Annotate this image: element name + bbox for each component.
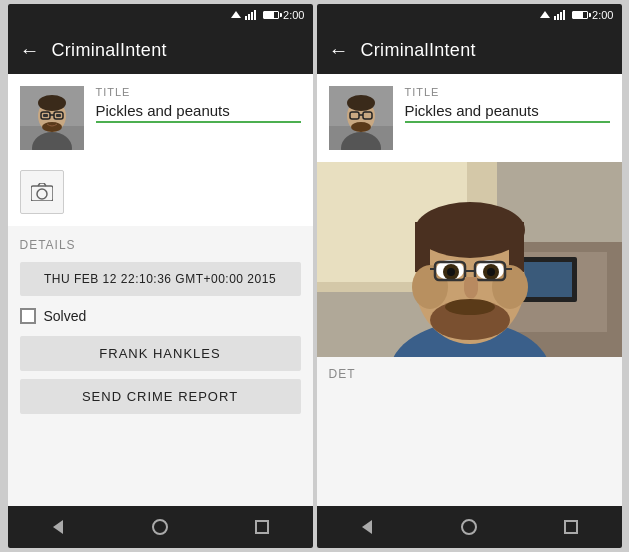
svg-rect-22 xyxy=(563,10,565,20)
content-right: TITLE xyxy=(317,74,622,506)
svg-point-27 xyxy=(347,95,375,111)
content-left: TITLE DETAILS THU FEB 12 22:10:36 GMT+00… xyxy=(8,74,313,506)
app-title-right: CriminalIntent xyxy=(361,40,476,61)
svg-point-52 xyxy=(447,268,455,276)
recent-nav-icon xyxy=(255,520,269,534)
nav-back-right[interactable] xyxy=(347,507,387,547)
svg-point-15 xyxy=(42,122,62,132)
svg-rect-2 xyxy=(248,14,250,20)
battery-icon-right xyxy=(572,11,588,19)
solved-checkbox[interactable] xyxy=(20,308,36,324)
date-button[interactable]: THU FEB 12 22:10:36 GMT+00:00 2015 xyxy=(20,262,301,296)
large-photo-svg xyxy=(317,162,622,357)
title-section: TITLE xyxy=(96,86,301,123)
status-time: 2:00 xyxy=(283,9,304,21)
nav-recent-left[interactable] xyxy=(242,507,282,547)
details-label: DETAILS xyxy=(8,226,313,258)
app-bar-right: ← CriminalIntent xyxy=(317,26,622,74)
svg-point-53 xyxy=(487,268,495,276)
svg-point-9 xyxy=(38,95,66,111)
status-bar-left: 2:00 xyxy=(8,4,313,26)
right-phone: 2:00 ← CriminalIntent xyxy=(317,4,622,548)
send-crime-report-button[interactable]: SEND CRIME REPORT xyxy=(20,379,301,414)
back-nav-icon xyxy=(53,520,63,534)
svg-rect-43 xyxy=(415,222,430,272)
svg-point-31 xyxy=(351,122,371,132)
back-button-left[interactable]: ← xyxy=(20,39,40,62)
svg-rect-19 xyxy=(554,16,556,20)
suspect-photo-small-right[interactable] xyxy=(329,86,393,150)
suspect-photo-svg xyxy=(20,86,84,150)
svg-rect-20 xyxy=(557,14,559,20)
home-nav-icon xyxy=(152,519,168,535)
signal-icon-right xyxy=(554,10,568,20)
back-nav-icon-right xyxy=(362,520,372,534)
nav-bar-left xyxy=(8,506,313,548)
status-bar-right: 2:00 xyxy=(317,4,622,26)
svg-rect-1 xyxy=(245,16,247,20)
svg-point-17 xyxy=(37,189,47,199)
svg-rect-21 xyxy=(560,12,562,20)
svg-marker-0 xyxy=(231,11,241,18)
title-input-right[interactable] xyxy=(405,100,610,123)
title-label: TITLE xyxy=(96,86,301,98)
camera-icon xyxy=(31,183,53,201)
svg-rect-4 xyxy=(254,10,256,20)
svg-rect-3 xyxy=(251,12,253,20)
left-phone: 2:00 ← CriminalIntent xyxy=(8,4,313,548)
wifi-icon xyxy=(230,9,242,21)
recent-nav-icon-right xyxy=(564,520,578,534)
back-button-right[interactable]: ← xyxy=(329,39,349,62)
camera-button[interactable] xyxy=(20,170,64,214)
nav-bar-right xyxy=(317,506,622,548)
status-time-right: 2:00 xyxy=(592,9,613,21)
title-label-right: TITLE xyxy=(405,86,610,98)
suspect-photo-svg-right xyxy=(329,86,393,150)
nav-back-left[interactable] xyxy=(38,507,78,547)
nav-home-right[interactable] xyxy=(449,507,489,547)
details-label-right: DET xyxy=(317,357,622,385)
title-section-right: TITLE xyxy=(405,86,610,123)
solved-label: Solved xyxy=(44,308,87,324)
svg-rect-11 xyxy=(56,114,61,117)
svg-rect-44 xyxy=(509,222,524,272)
suspect-button[interactable]: FRANK HANKLES xyxy=(20,336,301,371)
home-nav-icon-right xyxy=(461,519,477,535)
signal-icons xyxy=(230,9,259,21)
nav-recent-right[interactable] xyxy=(551,507,591,547)
large-suspect-photo[interactable] xyxy=(317,162,622,357)
app-bar-left: ← CriminalIntent xyxy=(8,26,313,74)
wifi-icon-right xyxy=(539,9,551,21)
solved-row: Solved xyxy=(8,300,313,332)
suspect-photo-small[interactable] xyxy=(20,86,84,150)
battery-icon xyxy=(263,11,279,19)
svg-marker-18 xyxy=(540,11,550,18)
header-section: TITLE xyxy=(8,74,313,162)
camera-btn-area xyxy=(8,162,313,226)
svg-rect-10 xyxy=(43,114,48,117)
nav-home-left[interactable] xyxy=(140,507,180,547)
svg-point-59 xyxy=(445,299,495,315)
header-section-right: TITLE xyxy=(317,74,622,162)
title-input[interactable] xyxy=(96,100,301,123)
app-title-left: CriminalIntent xyxy=(52,40,167,61)
svg-point-42 xyxy=(415,202,525,258)
svg-rect-38 xyxy=(522,262,572,297)
signal-icon xyxy=(245,10,259,20)
signal-icons-right xyxy=(539,9,568,21)
